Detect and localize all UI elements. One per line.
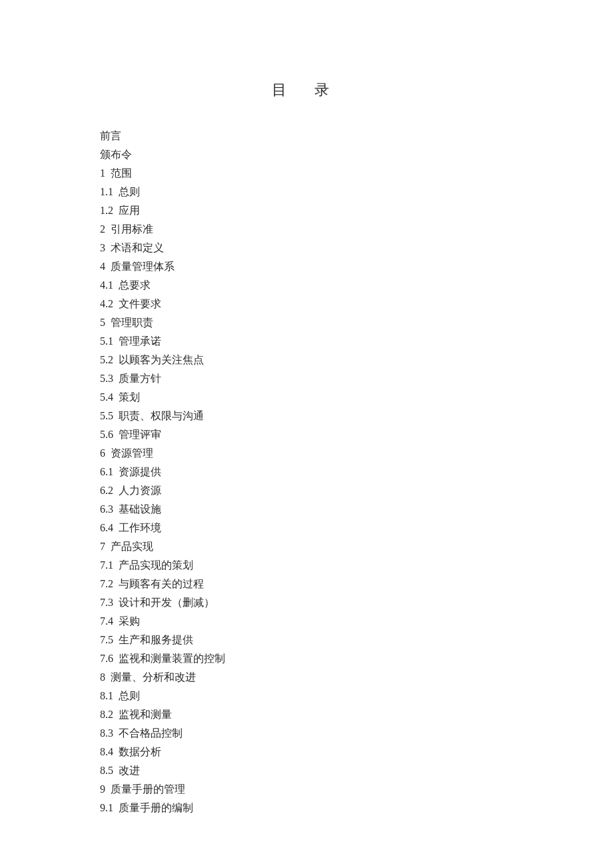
toc-entry: 颁布令 xyxy=(100,145,513,164)
toc-entry-label: 设计和开发（删减） xyxy=(119,597,215,608)
toc-entry-label: 监视和测量 xyxy=(119,709,172,720)
toc-entry-number: 8.5 xyxy=(100,765,113,776)
toc-entry-label: 职责、权限与沟通 xyxy=(119,410,204,421)
toc-entry-label: 生产和服务提供 xyxy=(119,634,193,645)
toc-entry: 6.1 资源提供 xyxy=(100,463,513,481)
toc-entry: 7.5 生产和服务提供 xyxy=(100,631,513,649)
toc-entry-number: 5.6 xyxy=(100,429,113,440)
toc-entry: 7.6 监视和测量装置的控制 xyxy=(100,649,513,668)
toc-entry-number: 5.3 xyxy=(100,373,113,384)
toc-entry-number: 5.2 xyxy=(100,354,113,365)
toc-entry-label: 监视和测量装置的控制 xyxy=(119,653,225,664)
toc-entry-label: 基础设施 xyxy=(119,503,161,515)
toc-entry-label: 人力资源 xyxy=(119,485,161,496)
toc-entry-label: 改进 xyxy=(119,765,140,776)
toc-entry-label: 与顾客有关的过程 xyxy=(119,578,204,589)
toc-entry-label: 质量管理体系 xyxy=(111,261,175,272)
toc-entry-number: 8 xyxy=(100,671,105,683)
toc-entry: 8.5 改进 xyxy=(100,761,513,780)
toc-entry: 5 管理职责 xyxy=(100,313,513,332)
toc-entry: 8.1 总则 xyxy=(100,687,513,705)
toc-entry-label: 管理承诺 xyxy=(119,335,161,347)
toc-entry: 9 质量手册的管理 xyxy=(100,780,513,799)
toc-entry-number: 9.1 xyxy=(100,802,113,813)
toc-entry: 7.2 与顾客有关的过程 xyxy=(100,575,513,593)
toc-entry: 4.1 总要求 xyxy=(100,276,513,295)
toc-entry-label: 采购 xyxy=(119,615,140,627)
toc-entry: 7 产品实现 xyxy=(100,537,513,556)
toc-entry-label: 颁布令 xyxy=(100,149,132,160)
toc-entry-number: 6.4 xyxy=(100,522,113,533)
document-page: 目 录 前言颁布令1 范围1.1 总则1.2 应用2 引用标准3 术语和定义4 … xyxy=(0,0,613,817)
toc-entry: 2 引用标准 xyxy=(100,220,513,239)
toc-entry-number: 2 xyxy=(100,223,105,235)
toc-entry-label: 质量手册的管理 xyxy=(111,783,185,795)
toc-entry-label: 管理职责 xyxy=(111,317,153,328)
toc-entry-label: 资源提供 xyxy=(119,466,161,477)
toc-entry: 1.2 应用 xyxy=(100,201,513,220)
toc-entry-label: 数据分析 xyxy=(119,746,161,757)
toc-entry-label: 工作环境 xyxy=(119,522,161,533)
toc-entry: 4 质量管理体系 xyxy=(100,257,513,276)
toc-entry-number: 6.3 xyxy=(100,503,113,515)
toc-entry-label: 资源管理 xyxy=(111,447,153,459)
toc-entry-number: 1.1 xyxy=(100,186,113,197)
toc-entry-number: 3 xyxy=(100,242,105,253)
toc-entry-number: 8.4 xyxy=(100,746,113,757)
toc-entry-number: 5.5 xyxy=(100,410,113,421)
toc-entry-label: 产品实现的策划 xyxy=(119,559,193,571)
toc-entry: 5.4 策划 xyxy=(100,388,513,407)
toc-entry: 8.4 数据分析 xyxy=(100,743,513,761)
toc-entry-number: 9 xyxy=(100,783,105,795)
toc-entry-number: 8.1 xyxy=(100,690,113,701)
toc-entry-number: 7.5 xyxy=(100,634,113,645)
toc-entry-label: 术语和定义 xyxy=(111,242,164,253)
toc-entry-label: 不合格品控制 xyxy=(119,727,183,739)
toc-entry-number: 7.1 xyxy=(100,559,113,571)
toc-entry-label: 总则 xyxy=(119,690,140,701)
toc-entry-label: 管理评审 xyxy=(119,429,161,440)
toc-entry-number: 6 xyxy=(100,447,105,459)
page-title: 目 录 xyxy=(100,80,513,100)
toc-entry-number: 6.1 xyxy=(100,466,113,477)
toc-entry-label: 范围 xyxy=(111,167,132,179)
table-of-contents: 前言颁布令1 范围1.1 总则1.2 应用2 引用标准3 术语和定义4 质量管理… xyxy=(100,127,513,817)
toc-entry-label: 总要求 xyxy=(119,279,151,291)
toc-entry-label: 引用标准 xyxy=(111,223,153,235)
toc-entry-number: 7.3 xyxy=(100,597,113,608)
toc-entry-number: 1 xyxy=(100,167,105,179)
toc-entry: 1 范围 xyxy=(100,164,513,183)
toc-entry-number: 1.2 xyxy=(100,205,113,216)
toc-entry: 1.1 总则 xyxy=(100,183,513,201)
toc-entry-number: 5.1 xyxy=(100,335,113,347)
toc-entry: 5.3 质量方针 xyxy=(100,369,513,388)
toc-entry-number: 5.4 xyxy=(100,391,113,403)
toc-entry-number: 6.2 xyxy=(100,485,113,496)
toc-entry-label: 质量手册的编制 xyxy=(119,802,193,813)
toc-entry: 8.2 监视和测量 xyxy=(100,705,513,724)
toc-entry-number: 4.2 xyxy=(100,298,113,309)
toc-entry-label: 前言 xyxy=(100,130,121,141)
toc-entry: 7.4 采购 xyxy=(100,612,513,631)
toc-entry: 5.5 职责、权限与沟通 xyxy=(100,407,513,425)
toc-entry-label: 策划 xyxy=(119,391,140,403)
toc-entry-label: 总则 xyxy=(119,186,140,197)
toc-entry: 5.6 管理评审 xyxy=(100,425,513,444)
toc-entry-label: 产品实现 xyxy=(111,541,153,552)
toc-entry-number: 8.3 xyxy=(100,727,113,739)
toc-entry-number: 7.4 xyxy=(100,615,113,627)
toc-entry: 8.3 不合格品控制 xyxy=(100,724,513,743)
toc-entry-number: 4 xyxy=(100,261,105,272)
toc-entry: 5.1 管理承诺 xyxy=(100,332,513,351)
toc-entry: 8 测量、分析和改进 xyxy=(100,668,513,687)
toc-entry-number: 4.1 xyxy=(100,279,113,291)
toc-entry: 5.2 以顾客为关注焦点 xyxy=(100,351,513,369)
toc-entry: 3 术语和定义 xyxy=(100,239,513,257)
toc-entry: 6 资源管理 xyxy=(100,444,513,463)
toc-entry-number: 7 xyxy=(100,541,105,552)
toc-entry-label: 文件要求 xyxy=(119,298,161,309)
toc-entry: 前言 xyxy=(100,127,513,145)
toc-entry-label: 以顾客为关注焦点 xyxy=(119,354,204,365)
toc-entry: 9.1 质量手册的编制 xyxy=(100,799,513,817)
toc-entry-number: 5 xyxy=(100,317,105,328)
